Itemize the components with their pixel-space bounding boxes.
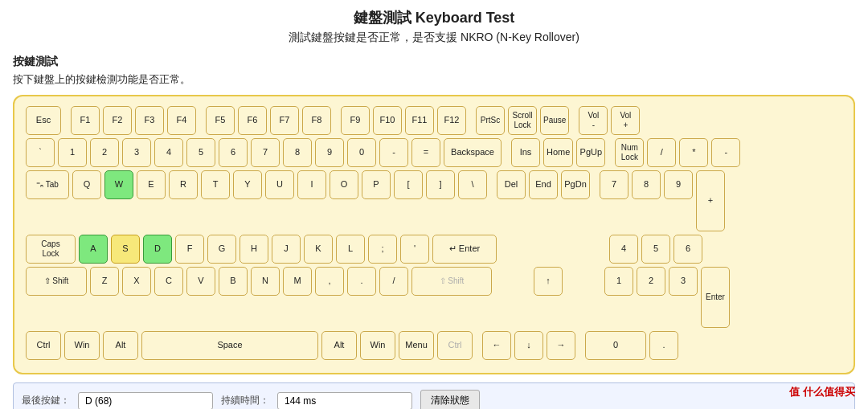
key-win-right[interactable]: Win	[360, 331, 395, 360]
key-quote[interactable]: '	[400, 235, 429, 264]
key-backslash[interactable]: \	[458, 170, 487, 199]
key-shift-left[interactable]: ⇧ Shift	[26, 267, 87, 296]
key-f6[interactable]: F6	[238, 106, 267, 135]
key-numslash[interactable]: /	[647, 138, 676, 167]
key-3[interactable]: 3	[122, 138, 151, 167]
key-d[interactable]: D	[143, 235, 172, 264]
key-prtsc[interactable]: PrtSc	[476, 106, 505, 135]
key-home[interactable]: Home	[543, 138, 573, 167]
key-del[interactable]: Del	[497, 170, 526, 199]
key-num2[interactable]: 2	[637, 267, 665, 296]
key-f7[interactable]: F7	[270, 106, 299, 135]
key-up[interactable]: ↑	[534, 267, 563, 296]
key-7[interactable]: 7	[251, 138, 280, 167]
key-esc[interactable]: Esc	[26, 106, 61, 135]
clear-button[interactable]: 清除狀態	[420, 390, 480, 409]
key-tab[interactable]: ⁼ₙ Tab	[26, 170, 69, 199]
key-num8[interactable]: 8	[632, 170, 661, 199]
key-f[interactable]: F	[175, 235, 204, 264]
key-numplus[interactable]: +	[696, 170, 725, 231]
key-p[interactable]: P	[362, 170, 391, 199]
key-num-enter[interactable]: Enter	[701, 267, 730, 328]
key-num7[interactable]: 7	[600, 170, 628, 199]
key-shift-right[interactable]: ⇧ Shift	[411, 267, 492, 296]
key-t[interactable]: T	[201, 170, 230, 199]
key-b[interactable]: B	[219, 267, 248, 296]
key-backtick[interactable]: `	[26, 138, 55, 167]
key-vol-plus[interactable]: Vol+	[611, 106, 640, 135]
key-ctrl-right[interactable]: Ctrl	[437, 331, 473, 360]
key-h[interactable]: H	[240, 235, 268, 264]
key-f8[interactable]: F8	[302, 106, 331, 135]
key-5[interactable]: 5	[186, 138, 215, 167]
key-rbracket[interactable]: ]	[426, 170, 455, 199]
key-j[interactable]: J	[272, 235, 301, 264]
key-equals[interactable]: =	[411, 138, 440, 167]
key-i[interactable]: I	[297, 170, 326, 199]
key-9[interactable]: 9	[315, 138, 344, 167]
key-1[interactable]: 1	[58, 138, 87, 167]
key-period[interactable]: .	[347, 267, 376, 296]
key-pause[interactable]: Pause	[540, 106, 569, 135]
key-g[interactable]: G	[207, 235, 236, 264]
key-a[interactable]: A	[79, 235, 108, 264]
key-right[interactable]: →	[547, 331, 575, 360]
key-f5[interactable]: F5	[206, 106, 235, 135]
key-enter[interactable]: ↵ Enter	[432, 235, 497, 264]
key-f12[interactable]: F12	[437, 106, 466, 135]
key-numminus[interactable]: -	[711, 138, 740, 167]
key-num5[interactable]: 5	[641, 235, 670, 264]
key-f10[interactable]: F10	[373, 106, 402, 135]
last-key-input[interactable]	[78, 392, 213, 410]
key-numdot[interactable]: .	[649, 331, 678, 360]
key-num3[interactable]: 3	[669, 267, 698, 296]
key-w[interactable]: W	[104, 170, 133, 199]
key-4[interactable]: 4	[154, 138, 183, 167]
key-vol-minus[interactable]: Vol-	[579, 106, 608, 135]
key-backspace[interactable]: Backspace	[444, 138, 502, 167]
key-ins[interactable]: Ins	[511, 138, 540, 167]
key-v[interactable]: V	[186, 267, 215, 296]
key-comma[interactable]: ,	[315, 267, 344, 296]
key-alt-left[interactable]: Alt	[103, 331, 138, 360]
key-ctrl-left[interactable]: Ctrl	[26, 331, 61, 360]
key-numlock[interactable]: NumLock	[615, 138, 644, 167]
key-capslock[interactable]: CapsLock	[26, 235, 76, 264]
key-left[interactable]: ←	[482, 331, 511, 360]
key-numstar[interactable]: *	[679, 138, 708, 167]
key-f11[interactable]: F11	[405, 106, 434, 135]
key-alt-right[interactable]: Alt	[321, 331, 357, 360]
key-m[interactable]: M	[283, 267, 312, 296]
key-num0[interactable]: 0	[585, 331, 646, 360]
key-num9[interactable]: 9	[664, 170, 693, 199]
key-0[interactable]: 0	[347, 138, 376, 167]
key-l[interactable]: L	[336, 235, 365, 264]
key-y[interactable]: Y	[233, 170, 262, 199]
key-lbracket[interactable]: [	[394, 170, 423, 199]
key-e[interactable]: E	[137, 170, 166, 199]
key-8[interactable]: 8	[283, 138, 312, 167]
key-pgdn[interactable]: PgDn	[561, 170, 590, 199]
key-u[interactable]: U	[265, 170, 294, 199]
key-down[interactable]: ↓	[514, 331, 543, 360]
key-n[interactable]: N	[251, 267, 280, 296]
key-scrolllock[interactable]: ScrollLock	[508, 106, 537, 135]
key-f3[interactable]: F3	[135, 106, 164, 135]
key-x[interactable]: X	[122, 267, 151, 296]
key-num6[interactable]: 6	[674, 235, 702, 264]
key-win-left[interactable]: Win	[64, 331, 100, 360]
duration-input[interactable]	[277, 392, 412, 410]
key-6[interactable]: 6	[219, 138, 248, 167]
key-num1[interactable]: 1	[604, 267, 633, 296]
key-f4[interactable]: F4	[167, 106, 196, 135]
key-r[interactable]: R	[169, 170, 198, 199]
key-q[interactable]: Q	[72, 170, 101, 199]
key-space[interactable]: Space	[141, 331, 318, 360]
key-f9[interactable]: F9	[341, 106, 370, 135]
key-menu[interactable]: Menu	[399, 331, 434, 360]
key-semicolon[interactable]: ;	[368, 235, 397, 264]
key-o[interactable]: O	[330, 170, 358, 199]
key-pgup[interactable]: PgUp	[576, 138, 605, 167]
key-c[interactable]: C	[154, 267, 183, 296]
key-s[interactable]: S	[111, 235, 140, 264]
